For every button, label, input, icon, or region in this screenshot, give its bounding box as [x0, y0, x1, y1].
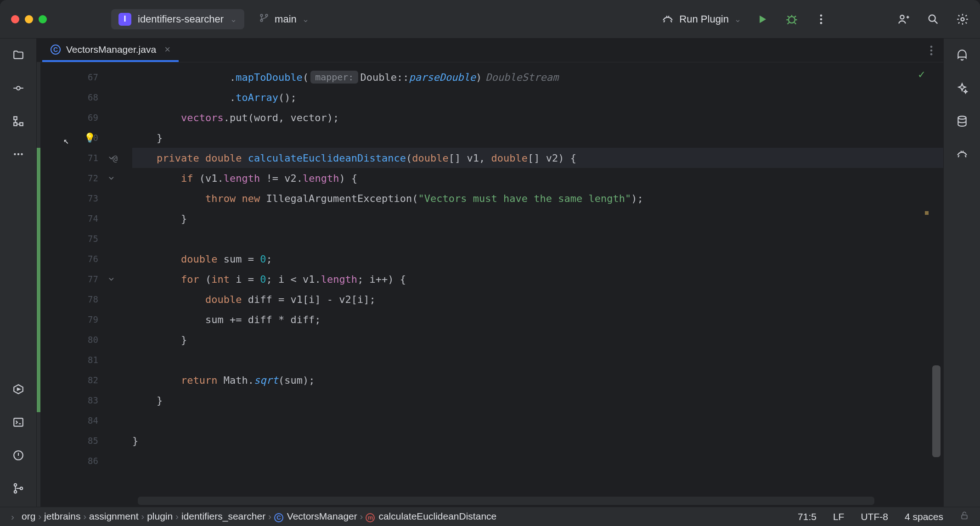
line-number-gutter[interactable]: ↖ 67686970💡71@72737475767778798081828384…: [40, 62, 105, 507]
line-number[interactable]: 77: [40, 269, 105, 289]
line-number[interactable]: 86: [40, 451, 105, 471]
breadcrumb-item[interactable]: identifiers_searcher: [181, 511, 265, 521]
file-encoding[interactable]: UTF-8: [861, 511, 888, 522]
breadcrumb-item[interactable]: org: [22, 511, 35, 521]
line-number[interactable]: 71@: [40, 148, 105, 168]
line-number[interactable]: 82: [40, 370, 105, 390]
code-line[interactable]: .mapToDouble(mapper:Double::parseDouble)…: [132, 67, 943, 87]
code-editor[interactable]: ↖ 67686970💡71@72737475767778798081828384…: [37, 62, 943, 507]
line-number[interactable]: 70💡: [40, 128, 105, 148]
line-number[interactable]: 78: [40, 289, 105, 309]
breadcrumb-item[interactable]: CVectorsManager: [274, 511, 357, 521]
line-number[interactable]: 69: [40, 107, 105, 128]
code-with-me-button[interactable]: [897, 13, 910, 26]
readonly-lock-icon[interactable]: [960, 511, 969, 522]
horizontal-scrollbar[interactable]: [138, 497, 874, 505]
chevron-down-icon: ⌄: [230, 14, 237, 24]
code-line[interactable]: [132, 451, 943, 471]
line-number[interactable]: 81: [40, 350, 105, 370]
caret-position[interactable]: 71:5: [798, 511, 817, 522]
vcs-tool-icon[interactable]: [11, 481, 26, 496]
structure-tool-icon[interactable]: [11, 114, 26, 129]
code-line[interactable]: throw new IllegalArgumentException("Vect…: [132, 188, 943, 208]
code-line[interactable]: [132, 350, 943, 370]
code-line[interactable]: [132, 410, 943, 431]
breadcrumb-item[interactable]: plugin: [147, 511, 173, 521]
tab-filename: VectorsManager.java: [66, 44, 156, 55]
more-tools-icon[interactable]: [11, 147, 26, 162]
line-number[interactable]: 83: [40, 390, 105, 410]
parameter-hint: mapper:: [310, 71, 358, 84]
code-line[interactable]: }: [132, 128, 943, 148]
close-tab-icon[interactable]: ×: [164, 44, 170, 56]
line-number[interactable]: 68: [40, 87, 105, 107]
project-icon: I: [118, 13, 131, 26]
line-number[interactable]: 67: [40, 67, 105, 87]
window-zoom[interactable]: [39, 15, 47, 23]
code-line[interactable]: return Math.sqrt(sum);: [132, 370, 943, 390]
line-number[interactable]: 76: [40, 249, 105, 269]
git-branch-selector[interactable]: main ⌄: [259, 13, 309, 26]
editor-tab[interactable]: C VectorsManager.java ×: [42, 39, 179, 62]
settings-button[interactable]: [956, 13, 969, 26]
project-tool-icon[interactable]: [11, 48, 26, 62]
project-selector[interactable]: I identifiers-searcher ⌄: [111, 9, 244, 29]
code-line[interactable]: }: [132, 208, 943, 229]
database-tool-icon[interactable]: [955, 114, 969, 129]
traffic-lights: [11, 15, 47, 23]
line-number[interactable]: 80: [40, 330, 105, 350]
code-line[interactable]: [132, 229, 943, 249]
services-tool-icon[interactable]: [11, 382, 26, 397]
code-line[interactable]: private double calculateEuclideanDistanc…: [132, 148, 943, 168]
chevron-down-icon: ⌄: [734, 14, 741, 24]
window-minimize[interactable]: [25, 15, 33, 23]
window-close[interactable]: [11, 15, 19, 23]
breadcrumb-item[interactable]: mcalculateEuclideanDistance: [366, 511, 496, 521]
line-number[interactable]: 73: [40, 188, 105, 208]
code-line[interactable]: }: [132, 330, 943, 350]
breadcrumb-item[interactable]: jetbrains: [44, 511, 80, 521]
editor-tabs: C VectorsManager.java ×: [37, 39, 943, 62]
line-number[interactable]: 75: [40, 229, 105, 249]
code-content[interactable]: ✓ .mapToDouble(mapper:Double::parseDoubl…: [105, 62, 943, 507]
breadcrumb-separator: ›: [265, 511, 274, 521]
code-line[interactable]: for (int i = 0; i < v1.length; i++) {: [132, 269, 943, 289]
svg-point-4: [820, 14, 822, 17]
line-number[interactable]: 84: [40, 410, 105, 431]
coverage-tool-icon[interactable]: [955, 147, 969, 162]
run-config-selector[interactable]: Run Plugin ⌄: [662, 13, 741, 25]
line-separator[interactable]: LF: [833, 511, 845, 522]
debug-button[interactable]: [785, 13, 798, 26]
indent-setting[interactable]: 4 spaces: [905, 511, 943, 522]
code-line[interactable]: .toArray();: [132, 87, 943, 107]
commit-tool-icon[interactable]: [11, 81, 26, 95]
scroll-thumb[interactable]: [932, 365, 941, 457]
code-line[interactable]: vectors.put(word, vector);: [132, 107, 943, 128]
inspection-ok-icon[interactable]: ✓: [918, 68, 925, 81]
breadcrumb-separator: ›: [80, 511, 89, 521]
search-button[interactable]: [927, 13, 940, 26]
problems-tool-icon[interactable]: [11, 448, 26, 463]
more-actions-button[interactable]: [815, 13, 828, 26]
line-number[interactable]: 72: [40, 168, 105, 188]
svg-point-22: [930, 45, 933, 48]
code-line[interactable]: }: [132, 390, 943, 410]
breadcrumb-item[interactable]: assignment: [89, 511, 138, 521]
run-button[interactable]: [756, 13, 769, 26]
code-line[interactable]: }: [132, 431, 943, 451]
code-line[interactable]: double sum = 0;: [132, 249, 943, 269]
terminal-tool-icon[interactable]: [11, 415, 26, 430]
svg-point-3: [789, 17, 795, 23]
vertical-scrollbar[interactable]: [932, 62, 941, 498]
line-number[interactable]: 74: [40, 208, 105, 229]
code-line[interactable]: double diff = v1[i] - v2[i];: [132, 289, 943, 309]
code-line[interactable]: if (v1.length != v2.length) {: [132, 168, 943, 188]
ai-assistant-tool-icon[interactable]: [955, 81, 969, 95]
code-line[interactable]: sum += diff * diff;: [132, 309, 943, 330]
line-number[interactable]: 79: [40, 309, 105, 330]
notifications-tool-icon[interactable]: [955, 48, 969, 62]
tab-options-button[interactable]: [925, 44, 938, 57]
warning-stripe[interactable]: [925, 211, 929, 215]
intention-bulb-icon[interactable]: 💡: [84, 132, 96, 143]
line-number[interactable]: 85: [40, 431, 105, 451]
